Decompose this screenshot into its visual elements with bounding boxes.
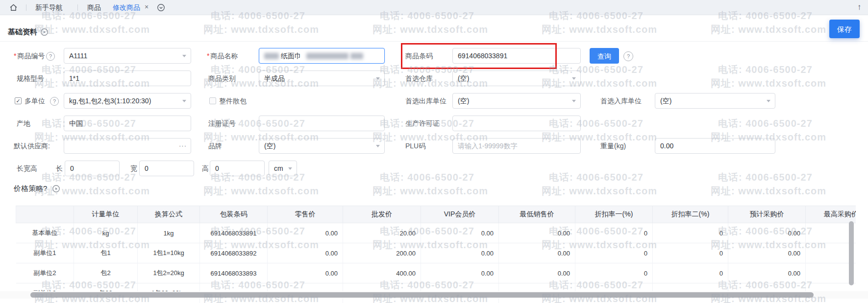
column-header: 最低销售价 — [499, 206, 575, 223]
product-name-input[interactable]: 纸面巾 — [259, 48, 385, 64]
license-label: 生产许可证 — [405, 116, 440, 131]
redacted-text — [264, 53, 279, 59]
save-button[interactable]: 保存 — [829, 20, 860, 38]
product-name-label: *商品名称 — [207, 48, 238, 64]
chevron-down-icon — [376, 77, 380, 80]
in-unit-label: 首选入库单位 — [600, 93, 642, 109]
edit-product-page: 新手导航 商品 修改商品 × ↑ 保存 基础资料 *商品编号 ? A1111 *… — [0, 0, 868, 303]
spec-input[interactable]: 1*1 — [64, 70, 191, 86]
chevron-down-icon — [572, 100, 576, 102]
width-value: 0 — [145, 164, 149, 172]
table-cell: 6914068033891 — [200, 223, 268, 243]
watermark-text: 网址: www.tdxsoft.com — [372, 23, 488, 36]
weight-label: 重量(kg) — [600, 138, 626, 154]
width-input[interactable]: 0 — [139, 161, 194, 176]
required-star: * — [207, 52, 209, 60]
table-cell: 1kg — [138, 223, 200, 243]
table-cell — [806, 243, 856, 263]
table-cell: 0 — [575, 243, 653, 263]
table-cell: kg — [74, 223, 138, 243]
table-cell: 0 — [575, 223, 653, 243]
category-label: 商品类别 — [208, 70, 236, 86]
more-ellipsis-icon[interactable]: ··· — [179, 139, 187, 153]
length-value: 0 — [70, 164, 74, 172]
divider — [77, 4, 78, 11]
table-cell: 副单位2 — [16, 263, 74, 283]
divider — [0, 41, 868, 42]
column-header: 预计采购价 — [728, 206, 806, 223]
barcode-input[interactable]: 6914068033891 — [452, 48, 581, 64]
weight-input[interactable]: 0.00 — [655, 138, 775, 154]
category-select[interactable]: 半成品 — [259, 70, 385, 86]
table-cell — [806, 223, 856, 243]
horizontal-scrollbar-thumb[interactable] — [30, 292, 814, 298]
play-circle-icon[interactable] — [40, 28, 49, 38]
tab-bar: 新手导航 商品 修改商品 × — [0, 0, 868, 15]
table-cell: 0.00 — [728, 243, 806, 263]
bulk-pack-checkbox[interactable] — [209, 97, 216, 104]
table-cell: 0.00 — [728, 263, 806, 283]
tab-edit-product-active[interactable]: 修改商品 — [113, 0, 140, 15]
table-cell: 0.00 — [268, 243, 343, 263]
multi-unit-checkbox[interactable]: ✓ — [15, 97, 22, 104]
section-title-price: 价格策略? — [14, 184, 47, 193]
multi-unit-value: kg,包1,包2,包3(1:10:20:30) — [69, 97, 151, 105]
watermark-text: 电话: 4006-6500-27 — [718, 117, 813, 130]
tab-list-chevron-down-icon[interactable] — [157, 3, 165, 14]
table-cell: 1包2=20kg — [138, 263, 200, 283]
vertical-scrollbar-thumb[interactable] — [849, 221, 854, 285]
column-header — [16, 206, 74, 223]
brand-select[interactable]: (空) — [259, 138, 385, 154]
chevron-down-icon — [182, 55, 186, 57]
help-icon[interactable]: ? — [623, 51, 633, 61]
table-cell: 基本单位 — [16, 223, 74, 243]
table-cell: 1包1=10kg — [138, 243, 200, 263]
origin-input[interactable]: 中国 — [64, 116, 191, 131]
watermark-text: 网址: www.tdxsoft.com — [542, 185, 657, 198]
plu-input[interactable]: 请输入1-99999数字 — [452, 138, 581, 154]
license-input[interactable] — [452, 116, 581, 131]
table-cell: 0.00 — [421, 263, 499, 283]
column-header: 最高采购价 — [806, 206, 856, 223]
table-row[interactable]: 副单位1包11包1=10kg69140680338920.00200.000.0… — [16, 243, 856, 263]
origin-value: 中国 — [69, 119, 83, 127]
table-cell: 0 — [653, 263, 728, 283]
table-row[interactable]: 副单位2包21包2=20kg69140680338930.00400.000.0… — [16, 263, 856, 283]
tab-product[interactable]: 商品 — [87, 0, 101, 15]
column-header: VIP会员价 — [421, 206, 499, 223]
table-row[interactable]: 基本单位kg1kg69140680338910.0020.000.000.000… — [16, 223, 856, 243]
watermark-text: 网址: www.tdxsoft.com — [203, 23, 319, 36]
length-input[interactable]: 0 — [65, 161, 120, 176]
product-code-label: *商品编号 — [14, 48, 45, 64]
reg-no-input[interactable] — [259, 116, 385, 131]
category-value: 半成品 — [264, 74, 285, 82]
close-tab-icon[interactable]: × — [145, 0, 149, 15]
scroll-top-icon[interactable]: ↑ — [857, 2, 862, 12]
warehouse-select[interactable]: (空) — [452, 70, 581, 86]
column-header: 计量单位 — [74, 206, 138, 223]
height-input[interactable]: 0 — [210, 161, 265, 176]
supplier-input[interactable]: ··· — [64, 138, 191, 154]
column-header: 折扣率二(%) — [653, 206, 728, 223]
in-unit-select[interactable]: (空) — [655, 93, 775, 109]
out-unit-value: (空) — [458, 97, 469, 105]
multi-unit-select[interactable]: kg,包1,包2,包3(1:10:20:30) — [64, 93, 191, 109]
product-code-select[interactable]: A1111 — [64, 48, 191, 64]
query-button[interactable]: 查询 — [590, 48, 619, 64]
watermark-text: 网址: www.tdxsoft.com — [542, 23, 657, 36]
help-icon[interactable]: ? — [50, 97, 59, 106]
help-icon[interactable]: ? — [46, 52, 55, 61]
chevron-down-icon — [572, 77, 576, 80]
watermark-text: 网址: www.tdxsoft.com — [372, 185, 488, 198]
play-circle-icon[interactable] — [52, 185, 60, 195]
section-title-basic: 基础资料 — [8, 27, 37, 37]
dimension-unit-select[interactable]: cm — [269, 161, 297, 176]
horizontal-scrollbar — [0, 291, 868, 299]
bulk-pack-label: 整件散包 — [219, 93, 247, 109]
home-icon[interactable] — [9, 3, 18, 14]
watermark-text: 网址: www.tdxsoft.com — [711, 185, 826, 198]
dimension-unit-value: cm — [274, 164, 283, 172]
tab-newbie-guide[interactable]: 新手导航 — [35, 0, 63, 15]
column-header: 批发价 — [343, 206, 421, 223]
out-unit-select[interactable]: (空) — [452, 93, 581, 109]
